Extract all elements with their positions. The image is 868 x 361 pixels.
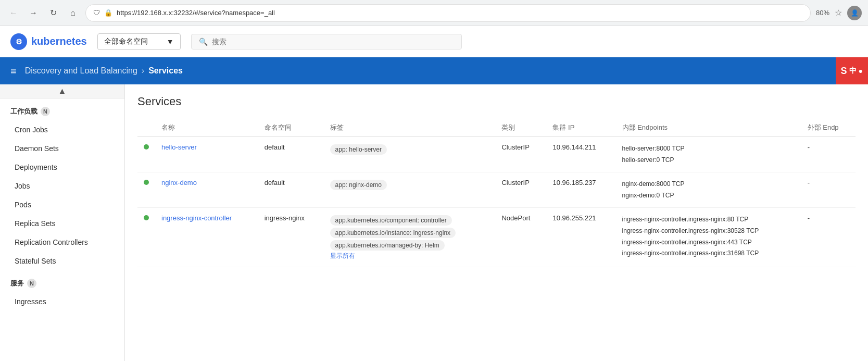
- cluster-ip-cell: 10.96.255.221: [546, 208, 615, 267]
- search-icon: 🔍: [199, 38, 208, 46]
- status-dot-green: [144, 215, 149, 220]
- home-button[interactable]: ⌂: [66, 6, 80, 20]
- scroll-up-button[interactable]: ▲: [58, 86, 67, 96]
- internal-endpoints-cell: nginx-demo:8000 TCP nginx-demo:0 TCP: [616, 172, 801, 208]
- sidebar-item-cron-jobs[interactable]: Cron Jobs: [0, 120, 124, 139]
- zoom-level: 80%: [816, 9, 829, 17]
- namespace-label: 全部命名空间: [104, 37, 148, 46]
- cluster-ip-cell: 10.96.185.237: [546, 172, 615, 208]
- service-link-hello-server[interactable]: hello-server: [161, 143, 197, 151]
- col-name: 名称: [155, 119, 258, 137]
- endpoint-line: nginx-demo:0 TCP: [622, 190, 795, 202]
- tags-cell: app: nginx-demo: [324, 172, 496, 208]
- tag-badge: app.kubernetes.io/component: controller: [330, 215, 452, 226]
- sidebar-item-jobs[interactable]: Jobs: [0, 177, 124, 195]
- sidebar-item-stateful-sets[interactable]: Stateful Sets: [0, 252, 124, 270]
- col-external-endpoints: 外部 Endp: [801, 119, 856, 137]
- breadcrumb-separator: ›: [142, 66, 144, 76]
- namespace-dropdown[interactable]: 全部命名空间 ▼: [97, 33, 181, 50]
- sidebar: ▲ 工作负载 N Cron Jobs Daemon Sets Deploymen…: [0, 84, 125, 361]
- k8s-logo-icon: ⚙: [10, 33, 27, 50]
- table-row: hello-server default app: hello-server C…: [137, 137, 856, 172]
- ime-label: 中: [849, 66, 857, 76]
- endpoint-line: hello-server:0 TCP: [622, 155, 795, 166]
- bookmark-icon[interactable]: ☆: [835, 8, 842, 18]
- dropdown-arrow-icon: ▼: [167, 38, 174, 46]
- service-link-ingress-nginx-controller[interactable]: ingress-nginx-controller: [161, 214, 232, 222]
- sidebar-item-daemon-sets[interactable]: Daemon Sets: [0, 139, 124, 158]
- col-tags: 标签: [324, 119, 496, 137]
- page-title: Services: [137, 95, 856, 108]
- name-cell: ingress-nginx-controller: [155, 208, 258, 267]
- service-link-nginx-demo[interactable]: nginx-demo: [161, 179, 197, 186]
- user-avatar[interactable]: 👤: [847, 6, 862, 20]
- k8s-logo[interactable]: ⚙ kubernetes: [10, 33, 87, 50]
- internal-endpoints-cell: ingress-nginx-controller.ingress-nginx:8…: [616, 208, 801, 267]
- lock-icon: 🔒: [104, 9, 112, 17]
- col-type: 类别: [495, 119, 546, 137]
- scroll-indicator: ▲: [0, 84, 124, 98]
- sidebar-item-replication-controllers[interactable]: Replication Controllers: [0, 233, 124, 252]
- main-layout: ▲ 工作负载 N Cron Jobs Daemon Sets Deploymen…: [0, 84, 868, 361]
- namespace-cell: default: [258, 172, 324, 208]
- app-header: ⚙ kubernetes 全部命名空间 ▼ 🔍: [0, 26, 868, 57]
- endpoint-line: ingress-nginx-controller.ingress-nginx:3…: [622, 248, 795, 259]
- namespace-cell: ingress-nginx: [258, 208, 324, 267]
- name-cell: nginx-demo: [155, 172, 258, 208]
- name-cell: hello-server: [155, 137, 258, 172]
- hamburger-button[interactable]: ≡: [10, 66, 17, 76]
- col-internal-endpoints: 内部 Endpoints: [616, 119, 801, 137]
- status-dot-green: [144, 144, 149, 150]
- status-dot-green: [144, 180, 149, 185]
- search-box[interactable]: 🔍: [191, 34, 462, 49]
- shield-icon: 🛡: [93, 9, 100, 17]
- endpoint-line: ingress-nginx-controller.ingress-nginx:4…: [622, 237, 795, 248]
- status-cell: [137, 208, 155, 267]
- service-section-label: 服务 N: [0, 270, 124, 292]
- search-input[interactable]: [212, 38, 454, 46]
- col-status: [137, 119, 155, 137]
- sidebar-item-replica-sets[interactable]: Replica Sets: [0, 214, 124, 233]
- tags-cell: app.kubernetes.io/component: controller …: [324, 208, 496, 267]
- forward-button[interactable]: →: [26, 6, 41, 20]
- back-button[interactable]: ←: [6, 6, 21, 20]
- type-cell: ClusterIP: [495, 137, 546, 172]
- workload-badge: N: [41, 107, 50, 116]
- tag-badge: app.kubernetes.io/instance: ingress-ngin…: [330, 228, 456, 238]
- status-cell: [137, 137, 155, 172]
- tag-badge: app: nginx-demo: [330, 180, 387, 190]
- endpoint-line: ingress-nginx-controller.ingress-nginx:8…: [622, 214, 795, 226]
- endpoint-line: nginx-demo:8000 TCP: [622, 179, 795, 190]
- internal-endpoints-cell: hello-server:8000 TCP hello-server:0 TCP: [616, 137, 801, 172]
- cluster-ip-cell: 10.96.144.211: [546, 137, 615, 172]
- col-namespace: 命名空间: [258, 119, 324, 137]
- ime-badge: S 中 ●: [836, 57, 868, 84]
- sidebar-item-ingresses[interactable]: Ingresses: [0, 292, 124, 311]
- endpoint-line: hello-server:8000 TCP: [622, 143, 795, 155]
- tags-cell: app: hello-server: [324, 137, 496, 172]
- workload-section-label: 工作负载 N: [0, 98, 124, 120]
- endpoint-line: ingress-nginx-controller.ingress-nginx:3…: [622, 226, 795, 237]
- tag-badge: app.kubernetes.io/managed-by: Helm: [330, 240, 445, 251]
- ime-dot: ●: [859, 67, 863, 75]
- url-text: https://192.168.x.x:32232/#/service?name…: [117, 9, 803, 17]
- breadcrumb-current: Services: [148, 66, 183, 76]
- type-cell: ClusterIP: [495, 172, 546, 208]
- ime-logo: S: [841, 66, 847, 77]
- breadcrumb: Discovery and Load Balancing › Services: [25, 66, 183, 76]
- type-cell: NodePort: [495, 208, 546, 267]
- browser-chrome: ← → ↻ ⌂ 🛡 🔒 https://192.168.x.x:32232/#/…: [0, 0, 868, 26]
- service-badge: N: [27, 279, 36, 288]
- table-row: ingress-nginx-controller ingress-nginx a…: [137, 208, 856, 267]
- external-endpoints-cell: -: [801, 208, 856, 267]
- breadcrumb-parent[interactable]: Discovery and Load Balancing: [25, 66, 137, 76]
- show-all-link[interactable]: 显示所有: [330, 252, 355, 259]
- reload-button[interactable]: ↻: [46, 6, 60, 20]
- namespace-cell: default: [258, 137, 324, 172]
- address-bar: 🛡 🔒 https://192.168.x.x:32232/#/service?…: [85, 4, 811, 22]
- status-cell: [137, 172, 155, 208]
- nav-bar: ≡ Discovery and Load Balancing › Service…: [0, 57, 868, 84]
- services-table: 名称 命名空间 标签 类别 集群 IP 内部 Endpoints 外部 Endp: [137, 119, 856, 267]
- sidebar-item-pods[interactable]: Pods: [0, 195, 124, 214]
- sidebar-item-deployments[interactable]: Deployments: [0, 158, 124, 177]
